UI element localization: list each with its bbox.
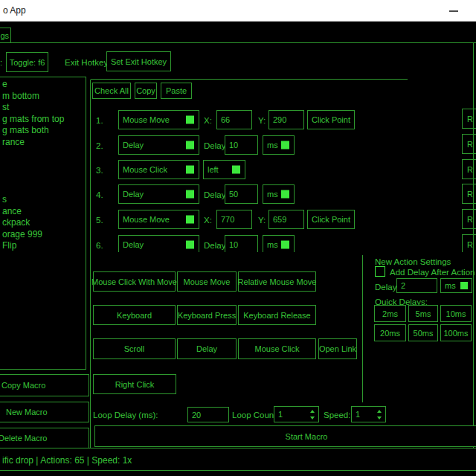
action-type-dropdown[interactable]: Delay (118, 235, 199, 252)
arrow-up-icon[interactable] (310, 410, 315, 413)
delay-unit-dropdown[interactable]: ms (263, 135, 295, 155)
palette-label: Keyboard Release (243, 311, 311, 320)
add-keyboard-press-button[interactable]: Keyboard Press (177, 305, 237, 325)
delay-input[interactable]: 50 (225, 184, 258, 204)
check-all-button[interactable]: Check All (92, 83, 131, 99)
delay-input[interactable]: 10 (225, 135, 258, 155)
remove-action-button[interactable]: R (462, 234, 476, 252)
arrow-down-icon[interactable] (377, 416, 382, 419)
nas-delay-unit-dropdown[interactable]: ms (440, 278, 472, 293)
minimize-icon[interactable] (449, 10, 458, 12)
nas-delay-input[interactable]: 2 (396, 278, 437, 293)
toggle-hotkey-button[interactable]: Toggle: f6 (6, 52, 48, 72)
delay-label: Delay (204, 141, 225, 151)
delay-label: Delay (204, 190, 225, 200)
add-open-link-button[interactable]: Open Link (318, 338, 357, 359)
y-label: Y: (258, 215, 266, 225)
palette-label: Right Click (115, 380, 155, 389)
click-point-button[interactable]: Click Point (307, 110, 355, 129)
click-point-button[interactable]: Click Point (307, 210, 355, 229)
delay-value: 50 (229, 190, 238, 199)
y-input[interactable]: 290 (268, 110, 304, 129)
palette-label: Relative Mouse Move (238, 277, 317, 286)
delay-unit-dropdown[interactable]: ms (263, 235, 295, 252)
add-mouse-move-button[interactable]: Mouse Move (177, 271, 237, 292)
x-value: 770 (221, 215, 234, 224)
action-type-value: Mouse Move (123, 215, 170, 224)
start-macro-button[interactable]: Start Macro (94, 425, 476, 447)
speed-value: 1 (356, 410, 360, 419)
paste-button[interactable]: Paste (161, 83, 192, 99)
status-bar: ific drop | Actions: 65 | Speed: 1x (0, 448, 476, 471)
delay-unit-value: ms (267, 190, 278, 199)
delay-input[interactable]: 10 (225, 235, 258, 252)
quick-delay-2ms-button[interactable]: 2ms (374, 305, 406, 322)
add-scroll-button[interactable]: Scroll (93, 338, 176, 359)
delay-unit-dropdown[interactable]: ms (263, 184, 295, 204)
add-relative-mouse-move-button[interactable]: Relative Mouse Move (238, 271, 316, 292)
nas-delay-value: 2 (401, 281, 405, 290)
action-type-dropdown[interactable]: Mouse Click (118, 160, 199, 179)
action-type-dropdown[interactable]: Delay (118, 135, 199, 155)
speed-stepper[interactable]: 1 (351, 406, 386, 422)
copy-macro-button[interactable]: Copy Macro (0, 374, 89, 396)
tab-active[interactable]: gs (0, 28, 11, 43)
palette-label: Scroll (124, 344, 145, 353)
new-macro-label: New Macro (6, 408, 48, 416)
stepper-arrows[interactable] (308, 408, 317, 421)
new-macro-button[interactable]: New Macro (0, 402, 89, 422)
set-exit-hotkey-button[interactable]: Set Exit Hotkey (106, 51, 171, 71)
palette-label: Mouse Click With Move (91, 277, 177, 286)
quick-delay-10ms-button[interactable]: 10ms (440, 305, 472, 322)
add-mouse-click-with-move-button[interactable]: Mouse Click With Move (93, 271, 176, 292)
remove-action-button[interactable]: R (462, 209, 476, 229)
x-label: X: (204, 115, 212, 126)
palette-label: Delay (196, 344, 217, 353)
y-value: 659 (273, 215, 286, 224)
remove-action-button[interactable]: R (462, 109, 476, 129)
nas-delay-label: Delay: (375, 282, 399, 292)
arrow-down-icon[interactable] (310, 416, 315, 419)
action-row-number: 6. (96, 240, 103, 251)
loop-delay-input[interactable]: 20 (187, 407, 229, 422)
remove-action-button[interactable]: R (462, 184, 476, 204)
add-mouse-click-button[interactable]: Mouse Click (238, 338, 316, 359)
delete-macro-button[interactable]: Delete Macro (0, 428, 89, 448)
action-type-dropdown[interactable]: Delay (118, 184, 199, 204)
quick-delay-5ms-button[interactable]: 5ms (408, 305, 438, 322)
action-type-dropdown[interactable]: Mouse Move (118, 110, 199, 129)
x-input[interactable]: 770 (216, 210, 252, 229)
add-keyboard-button[interactable]: Keyboard (93, 305, 176, 325)
delete-macro-label: Delete Macro (0, 434, 47, 443)
arrow-up-icon[interactable] (377, 410, 382, 413)
window-title: o App (3, 5, 26, 16)
remove-label: R (467, 190, 473, 199)
remove-action-button[interactable]: R (462, 134, 476, 154)
mouse-button-dropdown[interactable]: left (203, 160, 245, 179)
action-type-dropdown[interactable]: Mouse Move (118, 210, 199, 229)
add-delay-button[interactable]: Delay (177, 338, 237, 359)
x-input[interactable]: 66 (216, 110, 252, 129)
page-right-border (473, 42, 474, 471)
y-input[interactable]: 659 (268, 210, 304, 229)
quick-delay-20ms-button[interactable]: 20ms (374, 324, 406, 341)
loop-count-label: Loop Count: (232, 410, 279, 420)
remove-action-button[interactable]: R (462, 159, 476, 179)
quick-delay-50ms-button[interactable]: 50ms (408, 324, 438, 341)
tabstrip-divider (0, 42, 476, 43)
delay-value: 10 (229, 240, 238, 249)
click-point-label: Click Point (312, 115, 350, 124)
add-keyboard-release-button[interactable]: Keyboard Release (238, 305, 316, 325)
dropdown-indicator-icon (186, 190, 194, 199)
loop-count-stepper[interactable]: 1 (274, 406, 319, 422)
dropdown-indicator-icon (186, 216, 194, 224)
copy-button[interactable]: Copy (135, 83, 157, 99)
add-delay-after-action-checkbox[interactable] (375, 266, 385, 277)
action-row-number: 5. (96, 215, 103, 225)
dropdown-indicator-icon (460, 282, 468, 289)
stepper-arrows[interactable] (375, 408, 384, 421)
palette-label: Keyboard (117, 311, 152, 320)
add-right-click-button[interactable]: Right Click (93, 374, 176, 394)
remove-label: R (467, 165, 473, 174)
quick-delay-100ms-button[interactable]: 100ms (440, 324, 472, 341)
